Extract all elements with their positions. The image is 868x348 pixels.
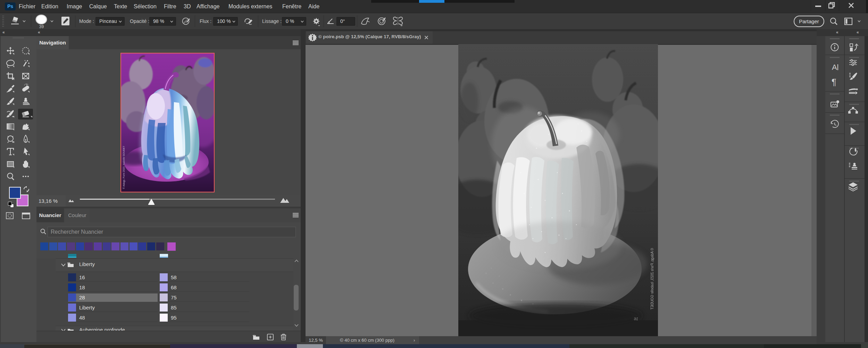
svg-text:¶: ¶ — [832, 77, 836, 87]
svg-text:16: 16 — [634, 317, 638, 321]
svg-text:© Adagp, Paris 2023, Isabelle: © Adagp, Paris 2023, Isabelle GOUDET — [650, 248, 654, 309]
svg-text:A: A — [832, 63, 837, 72]
svg-text:© Adagp, Paris 2023, Isabelle: © Adagp, Paris 2023, Isabelle GOUDET — [123, 146, 125, 189]
